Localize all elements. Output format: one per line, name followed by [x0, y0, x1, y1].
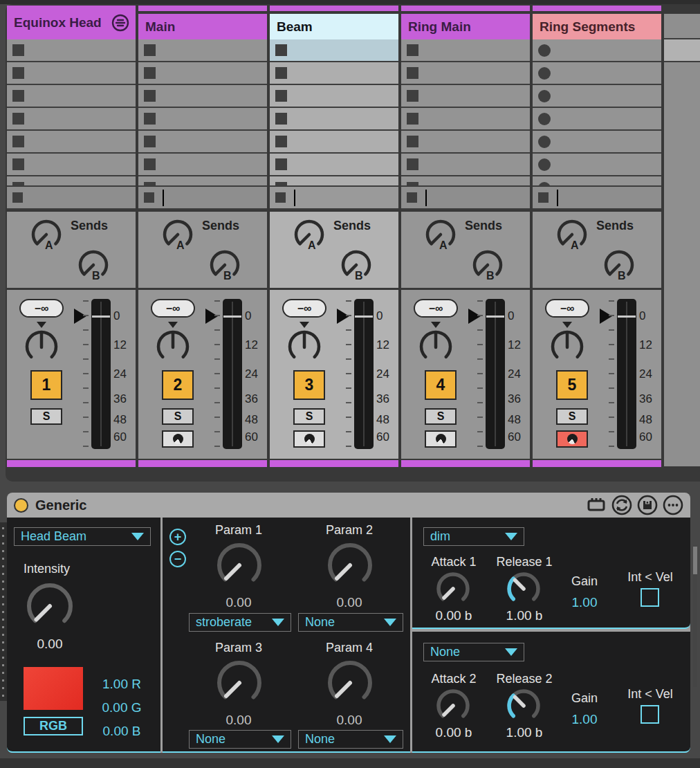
param2-map-dropdown[interactable]: None	[298, 613, 403, 632]
param3-value[interactable]: 0.00	[190, 713, 287, 728]
volume-display[interactable]: −∞	[414, 299, 458, 318]
clip-slot[interactable]	[401, 154, 530, 176]
clip-stop-button[interactable]	[538, 90, 551, 102]
clip-slot[interactable]	[270, 131, 398, 154]
volume-display[interactable]: −∞	[19, 299, 64, 318]
gain2-value[interactable]: 1.00	[560, 712, 609, 727]
volume-meter[interactable]	[354, 299, 374, 449]
clip-slot[interactable]	[533, 187, 661, 210]
solo-button[interactable]: S	[162, 408, 194, 425]
volume-fader-handle[interactable]	[355, 316, 373, 318]
clip-slot[interactable]	[7, 131, 136, 154]
clip-slot[interactable]	[270, 108, 398, 131]
clip-stop-button[interactable]	[144, 158, 156, 170]
attack2-value[interactable]: 0.00 b	[419, 725, 488, 740]
clip-slot[interactable]	[138, 187, 267, 210]
volume-meter[interactable]	[223, 299, 242, 449]
clip-stop-button[interactable]	[407, 192, 417, 203]
clip-stop-button[interactable]	[144, 182, 156, 187]
release2-knob[interactable]	[505, 687, 542, 724]
remove-mapping-button[interactable]: −	[169, 551, 186, 567]
clip-slot[interactable]	[7, 108, 136, 131]
pan-knob[interactable]	[154, 327, 192, 366]
clip-slot[interactable]	[270, 176, 398, 187]
clip-slot[interactable]	[533, 62, 661, 85]
clip-stop-button[interactable]	[275, 136, 287, 147]
volume-meter[interactable]	[617, 299, 636, 449]
save-preset-icon[interactable]	[637, 495, 658, 515]
clip-stop-button[interactable]	[407, 182, 418, 187]
param1-knob[interactable]	[214, 540, 265, 591]
clip-slot[interactable]	[270, 154, 398, 176]
device-activator-led[interactable]	[14, 498, 28, 513]
clip-stop-button[interactable]	[275, 67, 287, 79]
gain1-value[interactable]: 1.00	[560, 595, 609, 610]
clip-stop-button[interactable]	[12, 44, 24, 56]
clip-slot[interactable]	[138, 176, 267, 187]
release1-knob[interactable]	[505, 570, 542, 607]
rgb-mode-button[interactable]: RGB	[24, 717, 83, 735]
clip-stop-button[interactable]	[275, 192, 286, 203]
param4-value[interactable]: 0.00	[301, 713, 398, 728]
clip-slot[interactable]	[401, 176, 530, 187]
clip-stop-button[interactable]	[538, 192, 549, 203]
attack2-knob[interactable]	[434, 687, 472, 724]
clip-stop-button[interactable]	[144, 113, 156, 125]
solo-button[interactable]: S	[425, 408, 457, 425]
clip-stop-button[interactable]	[12, 113, 24, 125]
intensity-value[interactable]: 0.00	[24, 637, 76, 652]
param1-value[interactable]: 0.00	[190, 595, 287, 610]
clip-slot[interactable]	[533, 39, 661, 62]
clip-stop-button[interactable]	[275, 182, 287, 187]
param1-map-dropdown[interactable]: stroberate	[189, 613, 291, 632]
send-a-knob[interactable]: A	[160, 217, 195, 252]
param2-knob[interactable]	[324, 540, 376, 591]
clip-stop-button[interactable]	[12, 136, 24, 147]
send-b-knob[interactable]: B	[208, 248, 242, 282]
track-activator-button[interactable]: 2	[162, 370, 194, 400]
track-header-main[interactable]: Main	[138, 14, 267, 39]
solo-button[interactable]: S	[556, 408, 588, 425]
clip-slot[interactable]	[270, 187, 398, 210]
clip-slot[interactable]	[138, 154, 267, 176]
clip-stop-button[interactable]	[407, 158, 418, 170]
clip-slot[interactable]	[7, 62, 136, 85]
pan-knob[interactable]	[285, 327, 324, 366]
clip-stop-button[interactable]	[538, 113, 551, 125]
clip-slot[interactable]	[138, 108, 267, 131]
device-scrollbar-handle[interactable]	[693, 547, 697, 574]
send-b-knob[interactable]: B	[339, 248, 374, 282]
clip-stop-button[interactable]	[12, 192, 23, 203]
track-header-equinox-head[interactable]: Equinox Head	[7, 6, 136, 39]
clip-slot[interactable]	[270, 85, 398, 108]
track-activator-button[interactable]: 1	[30, 370, 62, 400]
red-value[interactable]: 1.00 R	[89, 677, 155, 692]
send-a-knob[interactable]: A	[292, 217, 326, 252]
volume-display[interactable]: −∞	[282, 299, 326, 318]
clip-slot[interactable]	[7, 176, 136, 187]
clip-slot[interactable]	[7, 85, 136, 108]
send-a-knob[interactable]: A	[555, 217, 589, 252]
clip-slot[interactable]	[533, 154, 661, 176]
clip-slot[interactable]	[7, 187, 136, 210]
group-fold-icon[interactable]	[111, 13, 130, 33]
param3-knob[interactable]	[214, 657, 265, 708]
color-swatch[interactable]	[24, 667, 83, 710]
green-value[interactable]: 0.00 G	[89, 700, 155, 715]
send-b-knob[interactable]: B	[602, 248, 636, 282]
clip-stop-button[interactable]	[275, 44, 287, 56]
clip-stop-button[interactable]	[538, 182, 551, 187]
clip-slot[interactable]	[270, 62, 398, 85]
intensity-knob[interactable]	[24, 580, 76, 632]
clip-stop-button[interactable]	[407, 113, 418, 125]
clip-stop-button[interactable]	[407, 136, 418, 147]
clip-stop-button[interactable]	[538, 67, 551, 80]
clip-stop-button[interactable]	[144, 44, 156, 56]
clip-slot[interactable]	[138, 62, 267, 85]
envelope1-mode-dropdown[interactable]: dim	[423, 527, 524, 546]
more-options-icon[interactable]	[663, 495, 683, 515]
volume-display[interactable]: −∞	[545, 299, 589, 318]
param4-map-dropdown[interactable]: None	[298, 730, 403, 749]
int-vel1-checkbox[interactable]	[641, 588, 659, 607]
clip-slot[interactable]	[401, 108, 530, 131]
